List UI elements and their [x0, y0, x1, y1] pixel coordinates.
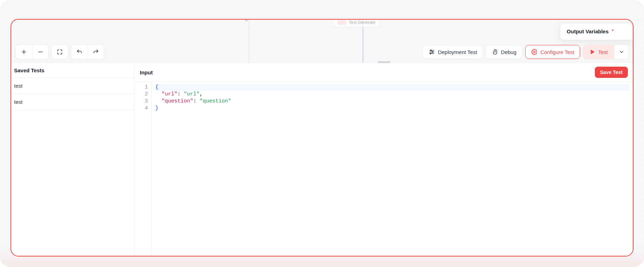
- history-group: [71, 45, 104, 59]
- fit-view-button[interactable]: [52, 45, 68, 59]
- output-variables-title: Output Variables: [567, 28, 609, 34]
- redo-button[interactable]: [87, 45, 104, 59]
- test-dropdown-toggle[interactable]: [614, 45, 628, 59]
- deployment-test-label: Deployment Test: [438, 49, 477, 55]
- workflow-canvas[interactable]: Front Text Generate Output Variables *: [11, 20, 633, 63]
- zoom-in-button[interactable]: [16, 45, 32, 59]
- saved-tests-sidebar: Saved Tests testtest: [11, 63, 135, 256]
- editor-header: Input Save Test: [135, 63, 633, 82]
- canvas-guide-label: Front: [245, 19, 248, 21]
- zoom-group: [15, 45, 48, 59]
- node-label: Text Generate: [349, 20, 375, 25]
- chevron-down-icon: [619, 49, 624, 55]
- gutter-line-number: 4: [137, 105, 148, 112]
- code-line: "url": "url",: [155, 91, 629, 98]
- debug-button[interactable]: Debug: [486, 45, 522, 59]
- test-split-button: Test: [583, 45, 629, 59]
- panel-drag-handle[interactable]: [378, 61, 390, 63]
- saved-test-item[interactable]: test: [11, 94, 135, 110]
- code-content[interactable]: { "url": "url", "question": "question"}: [152, 82, 633, 256]
- svg-marker-14: [591, 50, 594, 54]
- required-mark: *: [612, 28, 614, 34]
- configure-test-label: Configure Test: [540, 49, 574, 55]
- sliders-icon: [429, 49, 435, 55]
- code-line: }: [155, 105, 629, 112]
- svg-line-12: [496, 50, 497, 51]
- app-root: Front Text Generate Output Variables *: [0, 0, 644, 267]
- gutter-line-number: 3: [137, 98, 148, 105]
- code-line: "question": "question": [155, 98, 629, 105]
- fit-group: [51, 45, 68, 59]
- undo-icon: [76, 49, 83, 55]
- stopwatch-icon: [492, 49, 498, 55]
- test-button[interactable]: Test: [583, 45, 614, 59]
- canvas-toolbar: Deployment Test Debug Configure Test: [15, 45, 629, 59]
- saved-tests-header: Saved Tests: [11, 63, 135, 78]
- minus-icon: [37, 49, 44, 55]
- undo-button[interactable]: [71, 45, 87, 59]
- editor-header-label: Input: [140, 69, 153, 75]
- canvas-node-text-generate[interactable]: Text Generate: [334, 19, 380, 27]
- input-editor: Input Save Test 1234 { "url": "url", "qu…: [135, 63, 633, 256]
- gutter-line-number: 2: [137, 91, 148, 98]
- code-area: 1234 { "url": "url", "question": "questi…: [135, 82, 633, 256]
- test-label: Test: [598, 49, 608, 55]
- saved-tests-list: testtest: [11, 78, 135, 110]
- code-gutter: 1234: [135, 82, 152, 256]
- debug-label: Debug: [501, 49, 516, 55]
- plus-icon: [21, 49, 27, 55]
- zoom-out-button[interactable]: [32, 45, 48, 59]
- saved-test-item[interactable]: test: [11, 78, 135, 94]
- deployment-test-button[interactable]: Deployment Test: [423, 45, 483, 59]
- highlighted-region: Front Text Generate Output Variables *: [11, 19, 633, 256]
- redo-icon: [93, 49, 99, 55]
- output-variables-card[interactable]: Output Variables *: [560, 23, 633, 40]
- gear-icon: [531, 49, 538, 55]
- svg-point-13: [534, 51, 535, 53]
- save-test-label: Save Test: [600, 69, 623, 75]
- fullscreen-icon: [57, 49, 63, 55]
- test-panel: Saved Tests testtest Input Save Test 123…: [11, 63, 633, 256]
- code-line: {: [155, 84, 629, 91]
- node-swatch: [338, 20, 346, 25]
- play-icon: [590, 49, 595, 55]
- gutter-line-number: 1: [137, 84, 148, 91]
- save-test-button[interactable]: Save Test: [595, 67, 628, 78]
- configure-test-button[interactable]: Configure Test: [525, 45, 580, 59]
